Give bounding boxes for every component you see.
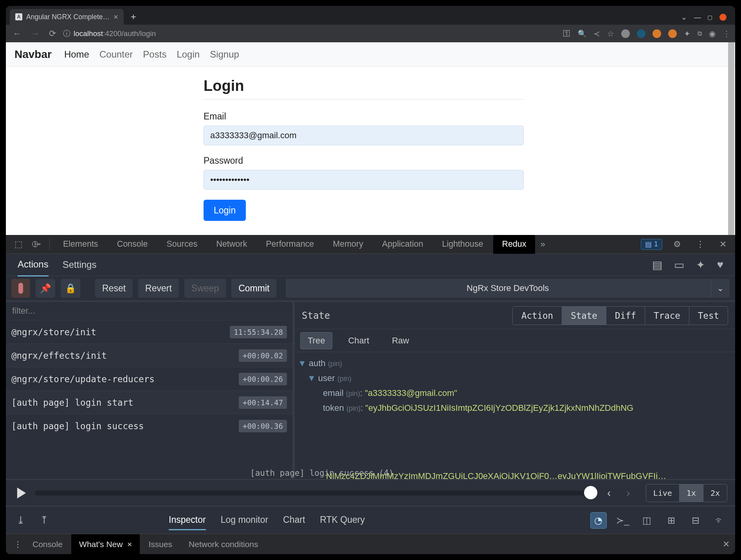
layout-icon[interactable]: ◫ [639, 512, 655, 529]
dispatch-icon[interactable]: ≻_ [615, 512, 631, 529]
close-drawer-icon[interactable]: ✕ [723, 539, 730, 549]
chat-icon[interactable]: ▭ [674, 258, 684, 271]
action-row[interactable]: @ngrx/store/update-reducers+00:00.26 [6, 367, 292, 390]
navbar-brand[interactable]: Navbar [14, 48, 52, 61]
seg-diff[interactable]: Diff [606, 307, 645, 325]
login-button[interactable]: Login [204, 200, 246, 221]
tree-row[interactable]: ▼auth (pin) [297, 356, 733, 371]
drawer-tab-issues[interactable]: Issues [141, 534, 180, 555]
drawer-tab-whats-new[interactable]: What's New × [71, 534, 140, 555]
record-button[interactable] [11, 279, 30, 298]
share-icon[interactable]: ≺ [593, 29, 600, 38]
email-field[interactable] [204, 126, 524, 145]
tab-sources[interactable]: Sources [158, 235, 206, 254]
speed-2x[interactable]: 2x [703, 484, 727, 502]
drawer-tab-console[interactable]: Console [25, 534, 70, 555]
minimize-icon[interactable]: — [694, 13, 700, 22]
drawer-menu-icon[interactable]: ⋮ [11, 540, 24, 549]
speed-1x[interactable]: 1x [680, 484, 703, 502]
bottom-tab-rtk[interactable]: RTK Query [320, 511, 365, 530]
play-icon[interactable] [16, 488, 27, 499]
layout-icon[interactable]: ⊞ [663, 512, 680, 529]
actions-filter-input[interactable] [6, 302, 292, 320]
nav-link-login[interactable]: Login [177, 49, 200, 60]
close-tab-icon[interactable]: × [114, 13, 118, 22]
close-devtools-icon[interactable]: ✕ [716, 239, 730, 249]
action-row[interactable]: @ngrx/store/init11:55:34.28 [6, 320, 292, 343]
maximize-icon[interactable]: ▢ [707, 14, 712, 20]
bottom-tab-inspector[interactable]: Inspector [169, 511, 206, 530]
new-tab-button[interactable]: + [124, 11, 143, 25]
tab-network[interactable]: Network [207, 235, 256, 254]
close-window-icon[interactable] [719, 14, 727, 21]
remote-icon[interactable]: ᯤ [712, 512, 728, 529]
action-row[interactable]: [auth page] login success+00:00.36 [6, 414, 292, 437]
action-row[interactable]: [auth page] login start+00:14.47 [6, 390, 292, 414]
tab-application[interactable]: Application [373, 235, 432, 254]
extension-icon[interactable] [637, 29, 645, 38]
subtab-chart[interactable]: Chart [341, 332, 376, 349]
redux-tab-settings[interactable]: Settings [63, 254, 97, 276]
restore-icon[interactable]: ⧉ [698, 30, 702, 37]
seg-action[interactable]: Action [513, 307, 562, 325]
drawer-tab-network-conditions[interactable]: Network conditions [181, 534, 266, 555]
tab-memory[interactable]: Memory [324, 235, 372, 254]
gear-icon[interactable]: ⚙ [669, 239, 685, 249]
timeline-track[interactable] [35, 491, 595, 495]
reset-button[interactable]: Reset [95, 279, 133, 298]
extension-icon[interactable] [668, 29, 677, 38]
lock-icon[interactable]: 🔒 [61, 279, 80, 298]
tab-lighthouse[interactable]: Lighthouse [433, 235, 492, 254]
tree-row[interactable]: token (pin): "eyJhbGciOiJSUzI1NiIsImtpZC… [297, 401, 733, 415]
password-field[interactable] [204, 170, 524, 190]
inspect-element-icon[interactable]: ⬚ [11, 239, 27, 249]
extension-icon[interactable] [653, 29, 661, 38]
subtab-tree[interactable]: Tree [300, 332, 332, 349]
speed-live[interactable]: Live [646, 484, 680, 502]
action-row[interactable]: @ngrx/effects/init+00:00.02 [6, 343, 292, 367]
page-scrollbar[interactable] [728, 42, 734, 235]
bottom-tab-log-monitor[interactable]: Log monitor [221, 511, 268, 530]
chevron-down-icon[interactable]: ⌄ [711, 279, 730, 298]
download-icon[interactable]: ⤓ [13, 514, 29, 526]
extension-icon[interactable] [621, 29, 630, 38]
seg-trace[interactable]: Trace [645, 307, 689, 325]
browser-tab-active[interactable]: A Angular NGRX Complete… × [10, 9, 124, 25]
heart-icon[interactable]: ♥ [717, 258, 723, 271]
issues-badge[interactable]: ▤ 1 [641, 239, 662, 250]
star-icon[interactable]: ☆ [607, 29, 614, 38]
tab-performance[interactable]: Performance [257, 235, 323, 254]
time-travel-icon[interactable]: ◔ [590, 512, 607, 529]
tree-row[interactable]: email (pin): "a3333333@gmail.com" [297, 386, 733, 401]
subtab-raw[interactable]: Raw [385, 332, 416, 349]
more-tabs-icon[interactable]: » [537, 239, 549, 249]
profile-icon[interactable]: ◉ [709, 29, 716, 38]
prev-action-icon[interactable]: ‹ [603, 487, 615, 499]
tab-redux[interactable]: Redux [493, 235, 535, 254]
timeline-knob[interactable] [584, 486, 597, 499]
upload-icon[interactable]: ⤒ [36, 514, 52, 526]
key-icon[interactable]: ⚿ [563, 29, 571, 38]
menu-icon[interactable]: ⋮ [723, 29, 730, 38]
store-select[interactable]: NgRx Store DevTools ⌄ [286, 279, 730, 298]
twitter-icon[interactable]: ✦ [696, 258, 705, 271]
device-toolbar-icon[interactable]: ⌱ [28, 239, 45, 249]
reload-icon[interactable]: ⟳ [47, 29, 58, 39]
back-icon[interactable]: ← [11, 29, 24, 39]
redux-tab-actions[interactable]: Actions [18, 253, 49, 276]
layout-icon[interactable]: ⊟ [687, 512, 704, 529]
pin-icon[interactable]: 📌 [36, 279, 55, 298]
bottom-tab-chart[interactable]: Chart [283, 511, 305, 530]
nav-link-posts[interactable]: Posts [143, 49, 166, 60]
book-icon[interactable]: ▤ [652, 258, 662, 271]
commit-button[interactable]: Commit [231, 279, 276, 298]
nav-link-home[interactable]: Home [64, 49, 89, 60]
url-input[interactable]: ⓘ localhost:4200/auth/login [63, 29, 558, 39]
kebab-menu-icon[interactable]: ⋮ [692, 239, 709, 249]
chevron-down-icon[interactable]: ⌄ [681, 13, 687, 22]
revert-button[interactable]: Revert [138, 279, 179, 298]
seg-test[interactable]: Test [689, 307, 728, 325]
tab-console[interactable]: Console [108, 235, 157, 254]
close-icon[interactable]: × [127, 540, 132, 549]
tree-row[interactable]: ▼user (pin) [297, 371, 733, 386]
